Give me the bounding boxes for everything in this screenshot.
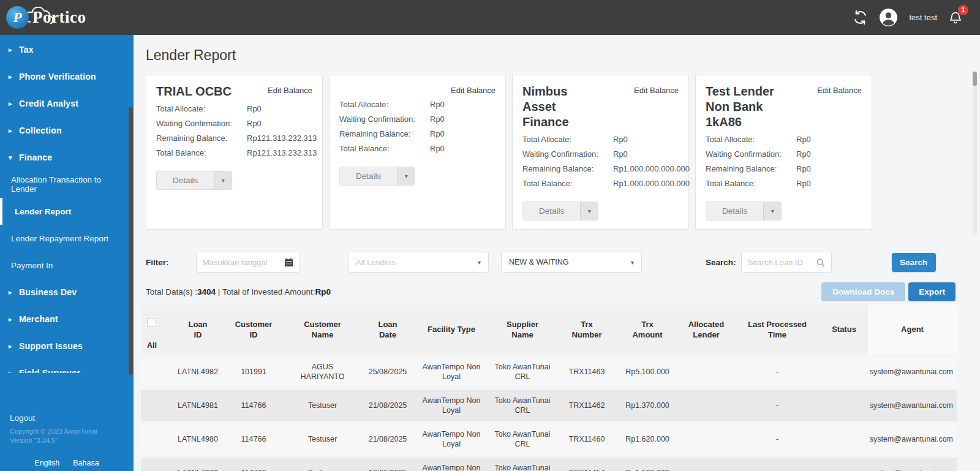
- field-label: Total Allocate:: [339, 100, 430, 110]
- sidebar-item-label: Support Issues: [19, 341, 83, 351]
- logo-p-icon: P: [6, 6, 29, 29]
- cell-loan-date: 21/08/2025: [361, 432, 415, 447]
- row-checkbox-cell: [141, 437, 173, 442]
- caret-down-icon[interactable]: ▾: [580, 202, 598, 220]
- details-button[interactable]: Details ▾: [706, 202, 782, 220]
- row-checkbox-cell: [141, 369, 173, 374]
- select-all-cell: All: [141, 305, 173, 353]
- chevron-right-icon: ▸: [9, 288, 19, 296]
- cell-allocated-lender: [678, 437, 734, 442]
- chevron-right-icon: ▸: [9, 369, 19, 374]
- sidebar-item-lender-report[interactable]: Lender Report: [0, 198, 134, 225]
- table-row: LATNL4980 114766 Testuser 21/08/2025 Awa…: [141, 424, 957, 454]
- cell-allocated-lender: [678, 369, 734, 374]
- download-docs-button[interactable]: Download Docs: [821, 282, 905, 301]
- cell-facility-type: AwanTempo Non Loyal: [415, 461, 488, 471]
- cell-facility-type: AwanTempo Non Loyal: [415, 427, 488, 451]
- page-scrollbar-thumb[interactable]: [973, 72, 977, 86]
- cell-customer-name: AGUS HARIYANTO: [284, 360, 361, 384]
- lender-card-unnamed: Edit Balance Total Allocate:Rp0 Waiting …: [329, 75, 506, 230]
- sidebar-item-allocation-transaction[interactable]: Allocation Transaction to Lender: [0, 171, 134, 198]
- edit-balance-link[interactable]: Edit Balance: [451, 84, 496, 95]
- cell-trx-amount: Rp1.370.000: [617, 398, 678, 413]
- table-row: LATNL4981 114766 Testuser 21/08/2025 Awa…: [141, 390, 957, 421]
- field-label: Remaining Balance:: [339, 129, 430, 139]
- cell-customer-id: 114766: [223, 398, 284, 413]
- language-english-link[interactable]: English: [34, 459, 59, 467]
- cell-status: [820, 403, 868, 408]
- search-button[interactable]: Search: [892, 253, 936, 272]
- sidebar-item-field-surveyor[interactable]: ▸ Field Surveyor: [0, 360, 134, 373]
- lender-filter-select[interactable]: All Lenders ▾: [348, 252, 489, 273]
- field-label: Remaining Balance:: [156, 134, 247, 143]
- language-bahasa-link[interactable]: Bahasa: [73, 459, 99, 467]
- cell-allocated-lender: [678, 403, 734, 408]
- lender-card-nimbus-asset-finance: Nimbus Asset Finance Edit Balance Total …: [512, 75, 689, 230]
- details-label: Details: [340, 167, 397, 185]
- invested-amount-label: Total of Invested Amount:: [222, 287, 315, 296]
- sidebar-item-tax[interactable]: ▸ Tax: [0, 36, 134, 63]
- column-header-loan-date: Loan Date: [361, 317, 415, 342]
- sidebar-item-credit-analyst[interactable]: ▸ Credit Analyst: [0, 90, 134, 117]
- sidebar-item-finance[interactable]: ▾ Finance: [0, 144, 134, 171]
- export-button[interactable]: Export: [908, 282, 956, 301]
- caret-down-icon[interactable]: ▾: [214, 171, 232, 189]
- lender-select-value: All Lenders: [356, 258, 396, 267]
- details-button[interactable]: Details ▾: [522, 202, 598, 220]
- caret-down-icon[interactable]: ▾: [397, 167, 415, 185]
- search-field[interactable]: [741, 252, 832, 273]
- cell-last-processed-time: -: [734, 398, 820, 413]
- status-filter-select[interactable]: NEW & WAITING ▾: [501, 252, 642, 273]
- avatar-icon: [879, 8, 898, 27]
- logout-link[interactable]: Logout: [10, 413, 124, 423]
- app-logo[interactable]: P Portico: [0, 0, 86, 35]
- caret-down-icon[interactable]: ▾: [763, 202, 781, 220]
- field-label: Waiting Confirmation:: [522, 149, 613, 159]
- edit-balance-link[interactable]: Edit Balance: [268, 84, 312, 99]
- sidebar-item-merchant[interactable]: ▸ Merchant: [0, 306, 134, 333]
- chevron-right-icon: ▸: [9, 100, 19, 108]
- field-value: Rp0: [796, 135, 811, 145]
- refresh-icon: [853, 10, 868, 25]
- details-button[interactable]: Details ▾: [339, 167, 415, 186]
- search-icon: [816, 258, 825, 267]
- date-input[interactable]: [203, 258, 284, 267]
- cell-facility-type: AwanTempo Non Loyal: [415, 360, 488, 384]
- select-all-checkbox[interactable]: [147, 318, 156, 327]
- sidebar-item-label: Merchant: [19, 314, 58, 324]
- lender-card-trial-ocbc: TRIAL OCBC Edit Balance Total Allocate:R…: [146, 75, 323, 230]
- sidebar-scrollbar[interactable]: [129, 107, 133, 375]
- details-button[interactable]: Details ▾: [156, 171, 232, 190]
- username-label: test test: [909, 13, 937, 22]
- cell-loan-id: LATNL4981: [173, 398, 223, 413]
- sidebar-footer: Logout Copyright © 2023 AwanTunai Versio…: [0, 413, 134, 467]
- cell-customer-name: Testuser: [284, 432, 361, 447]
- sidebar-item-support-issues[interactable]: ▸ Support Issues: [0, 333, 134, 360]
- search-label: Search:: [706, 258, 736, 267]
- edit-balance-link[interactable]: Edit Balance: [634, 84, 679, 130]
- row-checkbox-cell: [141, 403, 173, 408]
- field-value: Rp0: [796, 149, 811, 159]
- cell-last-processed-time: -: [734, 364, 820, 379]
- sidebar-subitem-label: Allocation Transaction to Lender: [11, 175, 125, 194]
- cell-supplier-name: Toko AwanTunai CRL: [488, 393, 557, 418]
- sidebar-item-phone-verification[interactable]: ▸ Phone Verification: [0, 63, 134, 90]
- field-label: Remaining Balance:: [706, 164, 796, 174]
- edit-balance-link[interactable]: Edit Balance: [817, 84, 862, 130]
- search-input[interactable]: [748, 258, 816, 267]
- sidebar-item-payment-in[interactable]: Payment In: [0, 252, 134, 279]
- cell-facility-type: AwanTempo Non Loyal: [415, 393, 488, 418]
- sidebar-item-label: Credit Analyst: [19, 99, 78, 108]
- topbar-actions: test test 1: [853, 8, 980, 27]
- sidebar-item-collection[interactable]: ▸ Collection: [0, 117, 134, 144]
- field-value: Rp1.000.000.000.000: [613, 179, 690, 189]
- field-label: Total Balance:: [339, 144, 430, 154]
- cell-trx-number: TRX11460: [557, 432, 617, 447]
- date-filter-input[interactable]: [196, 252, 300, 273]
- notifications-button[interactable]: 1: [948, 10, 963, 25]
- lender-name: Test Lender Non Bank 1kA86: [706, 84, 774, 130]
- sidebar-item-business-dev[interactable]: ▸ Business Dev: [0, 279, 134, 306]
- refresh-button[interactable]: [853, 10, 868, 25]
- sidebar-item-lender-repayment-report[interactable]: Lender Repayment Report: [0, 225, 134, 252]
- user-avatar[interactable]: [879, 8, 898, 27]
